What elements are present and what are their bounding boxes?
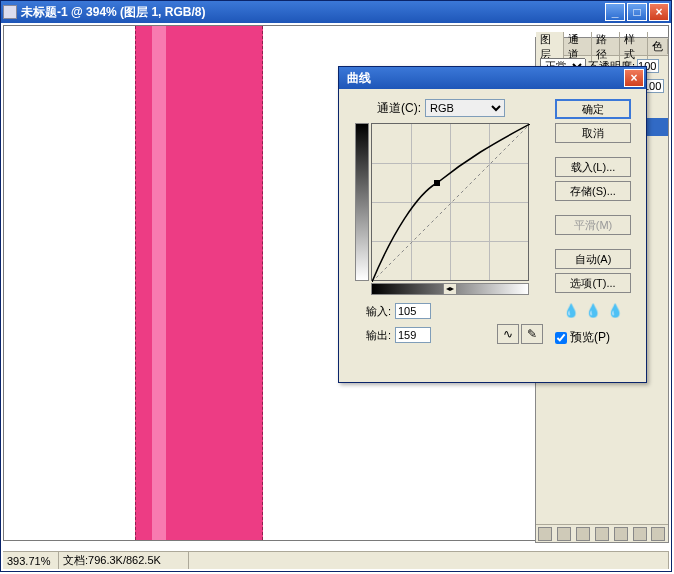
status-zoom[interactable]: 393.71% xyxy=(3,552,59,569)
channel-label: 通道(C): xyxy=(377,100,421,117)
artwork-highlight xyxy=(152,26,166,540)
ok-button[interactable]: 确定 xyxy=(555,99,631,119)
output-gradient xyxy=(355,123,369,281)
output-label: 输出: xyxy=(355,328,391,343)
input-gradient[interactable]: ◂▸ xyxy=(371,283,529,295)
tab-styles[interactable]: 样式 xyxy=(620,32,648,62)
fx-icon[interactable] xyxy=(557,527,571,541)
maximize-button[interactable]: □ xyxy=(627,3,647,21)
eyedropper-white-icon[interactable]: 💧 xyxy=(607,303,623,319)
selection-edge-right xyxy=(262,26,263,540)
panel-tabs[interactable]: 图层 通道 路径 样式 色 xyxy=(536,38,668,56)
eyedropper-black-icon[interactable]: 💧 xyxy=(563,303,579,319)
tab-paths[interactable]: 路径 xyxy=(592,32,620,62)
preview-checkbox[interactable] xyxy=(555,332,567,344)
artwork-pink-band xyxy=(135,26,263,540)
input-label: 输入: xyxy=(355,304,391,319)
status-bar: 393.71% 文档:796.3K/862.5K xyxy=(3,551,669,569)
options-button[interactable]: 选项(T)... xyxy=(555,273,631,293)
tab-color[interactable]: 色 xyxy=(648,39,668,54)
load-button[interactable]: 载入(L)... xyxy=(555,157,631,177)
input-value[interactable] xyxy=(395,303,431,319)
tab-layers[interactable]: 图层 xyxy=(536,32,564,62)
gradient-swap-icon[interactable]: ◂▸ xyxy=(443,284,457,294)
status-docsize: 文档:796.3K/862.5K xyxy=(59,552,189,569)
newlayer-icon[interactable] xyxy=(633,527,647,541)
document-icon xyxy=(3,5,17,19)
pencil-tool-button[interactable]: ✎ xyxy=(521,324,543,344)
document-title: 未标题-1 @ 394% (图层 1, RGB/8) xyxy=(21,4,605,21)
auto-button[interactable]: 自动(A) xyxy=(555,249,631,269)
channel-select[interactable]: RGB xyxy=(425,99,505,117)
trash-icon[interactable] xyxy=(651,527,665,541)
folder-icon[interactable] xyxy=(595,527,609,541)
minimize-button[interactable]: _ xyxy=(605,3,625,21)
selection-edge-left xyxy=(135,26,136,540)
dialog-title: 曲线 xyxy=(341,70,624,87)
curve-control-point[interactable] xyxy=(434,180,440,186)
eyedropper-gray-icon[interactable]: 💧 xyxy=(585,303,601,319)
link-icon[interactable] xyxy=(538,527,552,541)
save-button[interactable]: 存储(S)... xyxy=(555,181,631,201)
curve-tool-button[interactable]: ∿ xyxy=(497,324,519,344)
preview-label: 预览(P) xyxy=(570,329,610,346)
dialog-title-bar[interactable]: 曲线 × xyxy=(339,67,646,89)
curves-dialog[interactable]: 曲线 × 通道(C): RGB xyxy=(338,66,647,383)
dialog-close-button[interactable]: × xyxy=(624,69,644,87)
status-spacer xyxy=(189,552,669,569)
output-value[interactable] xyxy=(395,327,431,343)
smooth-button: 平滑(M) xyxy=(555,215,631,235)
tab-channels[interactable]: 通道 xyxy=(564,32,592,62)
adjust-icon[interactable] xyxy=(614,527,628,541)
svg-line-0 xyxy=(372,124,530,282)
layers-bottom-icons xyxy=(536,524,668,542)
cancel-button[interactable]: 取消 xyxy=(555,123,631,143)
close-button[interactable]: × xyxy=(649,3,669,21)
title-bar[interactable]: 未标题-1 @ 394% (图层 1, RGB/8) _ □ × xyxy=(1,1,671,23)
curve-line xyxy=(372,124,530,282)
curves-graph[interactable] xyxy=(371,123,529,281)
mask-icon[interactable] xyxy=(576,527,590,541)
